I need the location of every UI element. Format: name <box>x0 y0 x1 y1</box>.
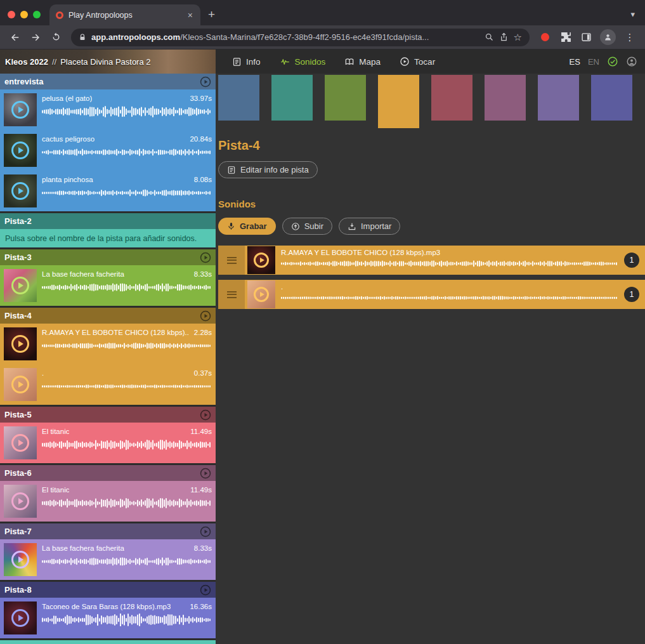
track-header[interactable]: Pista-7 <box>0 523 216 539</box>
share-icon[interactable] <box>499 32 509 42</box>
track-swatch[interactable] <box>325 75 366 121</box>
waveform[interactable] <box>281 293 618 303</box>
tab-search-chevron-icon[interactable]: ▾ <box>630 10 645 25</box>
track-play-button[interactable] <box>200 409 211 421</box>
drag-handle[interactable] <box>218 280 245 309</box>
sound-thumbnail[interactable] <box>4 485 37 518</box>
track-swatch[interactable] <box>218 75 259 121</box>
sound-item[interactable]: R.AMAYA Y EL BOBOTE CHICO (128 kbps)....… <box>0 324 216 364</box>
minimize-window-button[interactable] <box>20 11 28 18</box>
account-icon[interactable] <box>626 56 637 67</box>
sound-item[interactable]: El titanic11.49s <box>0 481 216 522</box>
sound-thumbnail[interactable] <box>4 543 37 576</box>
tab-close-icon[interactable]: × <box>186 10 194 20</box>
track-swatch[interactable] <box>271 75 313 121</box>
project-banner[interactable]: Kleos 2022 // Placeta Divina Pastora 2 <box>0 49 216 74</box>
side-panel-icon[interactable] <box>577 29 595 46</box>
waveform[interactable] <box>42 339 212 352</box>
sound-item[interactable]: planta pinchosa8.08s <box>0 171 216 211</box>
sound-thumbnail[interactable] <box>4 601 37 634</box>
sound-row[interactable]: . 1 <box>218 280 645 309</box>
track-header[interactable]: Pista-5 <box>0 407 216 423</box>
sound-thumbnail[interactable] <box>4 426 37 459</box>
track-play-button[interactable] <box>200 584 211 596</box>
track-play-button[interactable] <box>200 310 211 322</box>
back-button[interactable] <box>6 29 24 46</box>
sound-thumbnail[interactable] <box>4 93 37 126</box>
sound-thumbnail[interactable] <box>247 280 275 308</box>
record-button[interactable]: Grabar <box>218 218 276 235</box>
close-window-button[interactable] <box>8 11 15 18</box>
track-swatch[interactable] <box>591 75 632 121</box>
track-header[interactable]: Pista-6 <box>0 465 216 481</box>
upload-button[interactable]: Subir <box>282 218 332 235</box>
waveform[interactable] <box>42 281 212 294</box>
sound-thumbnail[interactable] <box>4 174 37 207</box>
play-icon <box>11 551 29 568</box>
profile-avatar[interactable] <box>600 29 616 45</box>
zoom-icon[interactable] <box>485 32 494 42</box>
browser-tab[interactable]: Play Antropoloops × <box>49 4 200 25</box>
browser-menu-icon[interactable]: ⋮ <box>621 29 639 46</box>
track-play-button[interactable] <box>200 76 211 88</box>
fullscreen-window-button[interactable] <box>33 11 41 18</box>
sound-item[interactable]: La base fachera facherita8.33s <box>0 539 216 580</box>
drag-handle[interactable] <box>218 246 245 275</box>
sound-item[interactable]: .0.37s <box>0 364 216 405</box>
nav-sonidos[interactable]: Sonidos <box>280 56 326 67</box>
sound-thumbnail[interactable] <box>4 368 37 401</box>
track-play-button[interactable] <box>200 252 211 263</box>
nav-mapa[interactable]: Mapa <box>344 56 381 67</box>
nav-tocar[interactable]: Tocar <box>400 56 435 67</box>
track-header[interactable]: Pista-3 <box>0 249 216 265</box>
sound-thumbnail[interactable] <box>4 134 37 167</box>
waveform[interactable] <box>42 555 212 568</box>
track-name: entrevista <box>4 77 43 86</box>
tab-favicon-icon <box>56 11 63 19</box>
sound-item[interactable]: La base fachera facherita8.33s <box>0 265 216 306</box>
sound-thumbnail[interactable] <box>4 269 37 302</box>
nav-info[interactable]: Info <box>232 56 261 67</box>
sound-item[interactable]: cactus peligroso20.84s <box>0 130 216 171</box>
track-header[interactable]: Pista-2 <box>0 213 216 229</box>
track-swatch[interactable] <box>431 75 472 121</box>
track-header[interactable]: entrevista <box>0 74 216 89</box>
sound-thumbnail[interactable] <box>247 246 275 274</box>
new-tab-button[interactable]: + <box>200 8 223 25</box>
language-en[interactable]: EN <box>588 57 599 67</box>
browser-toolbar: app.antropoloops.com/Kleos-Santa-Marina/… <box>0 25 645 49</box>
sound-item[interactable]: pelusa (el gato)33.97s <box>0 89 216 130</box>
sound-item[interactable]: El titanic11.49s <box>0 423 216 463</box>
sound-row[interactable]: R.AMAYA Y EL BOBOTE CHICO (128 kbps).mp3… <box>218 246 645 275</box>
track-play-button[interactable] <box>200 526 211 537</box>
track-header[interactable]: Pista-4 <box>0 308 216 324</box>
sound-item[interactable]: Taconeo de Sara Baras (128 kbps).mp316.3… <box>0 598 216 638</box>
header-right: ES EN <box>570 56 645 67</box>
track-swatch[interactable] <box>538 75 579 121</box>
edit-track-info-button[interactable]: Editar info de pista <box>218 161 318 178</box>
drag-handle-icon <box>227 257 237 264</box>
forward-button[interactable] <box>27 29 44 46</box>
waveform[interactable] <box>42 380 212 393</box>
import-button[interactable]: Importar <box>339 218 400 235</box>
sound-thumbnail[interactable] <box>4 327 37 360</box>
bookmark-star-icon[interactable]: ☆ <box>514 32 522 43</box>
extensions-puzzle-icon[interactable] <box>557 29 575 46</box>
waveform[interactable] <box>42 105 212 118</box>
language-es[interactable]: ES <box>570 57 580 67</box>
status-check-icon[interactable] <box>607 56 618 67</box>
waveform[interactable] <box>42 614 212 626</box>
waveform[interactable] <box>42 146 212 159</box>
track-play-button[interactable] <box>200 468 211 479</box>
recording-indicator-icon[interactable] <box>541 33 549 41</box>
address-bar[interactable]: app.antropoloops.com/Kleos-Santa-Marina/… <box>71 29 530 46</box>
track-header[interactable]: Pista-8 <box>0 582 216 598</box>
track-swatch[interactable] <box>378 75 419 128</box>
waveform[interactable] <box>42 438 212 451</box>
track-swatch[interactable] <box>485 75 526 121</box>
sound-title: . <box>42 369 44 377</box>
waveform[interactable] <box>42 497 212 509</box>
waveform[interactable] <box>42 187 212 199</box>
waveform[interactable] <box>281 259 618 268</box>
reload-button[interactable] <box>47 29 65 46</box>
